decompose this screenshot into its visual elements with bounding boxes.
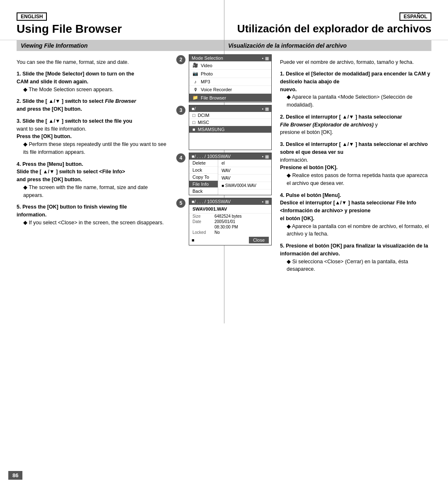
lang-badge-espanol: ESPAÑOL	[399, 12, 431, 21]
screen-2-item-photo-label: Photo	[201, 71, 213, 76]
menu-delete: Delete	[189, 160, 218, 167]
main-area: You can see the file name, format, size …	[0, 54, 448, 286]
step-3-num: 3. Slide the [ ▲/▼ ] switch to select th…	[17, 118, 132, 124]
intro-text-left: You can see the file name, format, size …	[17, 59, 168, 65]
screen-4-menu: Delete Lock Copy To File Info Back	[189, 160, 218, 195]
page-number: 86	[8, 471, 22, 480]
step-1-right-bullet: Aparece la pantalla <Mode Selection> (Se…	[287, 93, 431, 109]
screen-5-filename: SWAV0001.WAV	[189, 205, 271, 214]
folder-misc-label: MISC	[198, 120, 209, 125]
lang-badge-english: ENGLISH	[17, 12, 47, 21]
step-5-num: 5. Press the [OK] button to finish viewi…	[17, 204, 127, 210]
screen-2-item-video-label: Video	[201, 63, 212, 68]
step-5-circle: 5	[176, 199, 185, 208]
screen-2-header: Mode Selection ▪ ▦	[189, 55, 271, 61]
right-header: ESPAÑOL Utilización del explorador de ar…	[224, 12, 431, 35]
screen-2-wrapper: 2 Mode Selection ▪ ▦ 🎥 Video 📷	[176, 54, 272, 102]
screen-4-header: ■/ . . . / 100SSWAV ▪ ▦	[189, 153, 271, 160]
icon-signal-5: ▦	[265, 199, 269, 204]
step-1-bullet: The Mode Selection screen appears.	[23, 86, 168, 94]
file-info-time-value: 08:30:00 PM	[214, 225, 238, 229]
file-info-size-label: Size	[192, 214, 211, 219]
screen-2-item-video: 🎥 Video	[189, 61, 271, 70]
step-3-circle: 3	[176, 106, 185, 115]
screen-5-wrapper: 5 ■/ . . . / 100SSWAV ▪ ▦ SWAV0001.WAV S…	[176, 198, 272, 245]
folder-dcim: □ DCIM	[189, 112, 271, 119]
page-title-left: Using File Browser	[17, 22, 216, 36]
file-info-time-label	[192, 225, 211, 229]
step-5-sub: information.	[17, 212, 46, 218]
screen-2-item-voice: 🎙 Voice Recorder	[189, 86, 271, 94]
screen-2-title: Mode Selection	[192, 56, 223, 61]
screen-2-mockup: Mode Selection ▪ ▦ 🎥 Video 📷 Photo	[189, 54, 272, 102]
step-4-circle: 4	[176, 153, 185, 163]
step-5-left: 5. Press the [OK] button to finish viewi…	[17, 203, 168, 226]
menu-fileinfo: File Info	[189, 181, 218, 188]
step-5-right-bullet: Si selecciona <Close> (Cerrar) en la pan…	[287, 258, 431, 274]
step-2-num: 2. Slide the [ ▲/▼ ] switch to select Fi…	[17, 98, 136, 104]
screen-4-mockup: ■/ . . . / 100SSWAV ▪ ▦ Delete Lock Copy…	[189, 153, 272, 195]
screen-5-header: ■/ . . . / 100SSWAV ▪ ▦	[189, 198, 271, 205]
page-title-right: Utilización del explorador de archivos	[232, 22, 431, 35]
right-column: Puede ver el nombre de archivo, formato,…	[272, 54, 448, 286]
step-4-num: 4. Press the [Menu] button.	[17, 161, 83, 167]
screen-5-footer: ■ Close	[189, 235, 271, 245]
voice-icon: 🎙	[192, 87, 198, 92]
file-info-size: Size 6482524 bytes	[189, 214, 271, 219]
step-2-left: 2. Slide the [ ▲/▼ ] switch to select Fi…	[17, 97, 168, 113]
file-info-locked: Locked No	[189, 230, 271, 235]
screen-4-wrapper: 4 ■/ . . . / 100SSWAV ▪ ▦ Delete Lock	[176, 153, 272, 195]
close-button[interactable]: Close	[249, 237, 269, 243]
screen-3-icons: ▪ ▦	[262, 107, 269, 111]
step-2-circle: 2	[176, 55, 185, 64]
screen-3-wrapper: 3 ■/ ▪ ▦ □ DCIM □ MISC	[176, 105, 272, 150]
step-4-sub: Slide the [ ▲/▼ ] switch to select <File…	[17, 169, 125, 175]
file-wav2: WAV	[218, 175, 271, 182]
intro-text-right: Puede ver el nombre de archivo, formato,…	[280, 59, 431, 65]
step-2-right-text: y	[374, 122, 378, 128]
screen-2-item-mp3-label: MP3	[201, 79, 210, 84]
file-info-locked-label: Locked	[192, 230, 211, 235]
screen-5-icons: ▪ ▦	[262, 199, 269, 204]
folder-dcim-icon: □	[192, 113, 195, 118]
file-info-time: 08:30:00 PM	[189, 224, 271, 230]
icon-signal-4: ▦	[265, 154, 269, 159]
screen-2-item-filebrowser: 📁 File Browser	[189, 94, 271, 102]
step-2-right-italic: File Browser (Explorador de archivos)	[280, 122, 374, 128]
screen-3-mockup: ■/ ▪ ▦ □ DCIM □ MISC	[189, 105, 272, 150]
file-info-date-value: 2005/01/01	[214, 219, 235, 224]
icon-signal: ▦	[265, 56, 269, 61]
file-info-size-value: 6482524 bytes	[214, 214, 242, 219]
step-3-text: want to see its file information.	[17, 126, 86, 132]
screen-4-content: Delete Lock Copy To File Info Back el WA…	[189, 160, 271, 195]
screen-2-item-photo: 📷 Photo	[189, 70, 271, 78]
menu-back: Back	[189, 188, 218, 195]
step-4-right-sub: Deslice el interruptor [▲/▼ ] hasta sele…	[280, 200, 416, 214]
step-2-right-text2: presione el botón [OK].	[280, 129, 333, 135]
step-3-right-sub: Presione el botón [OK].	[280, 165, 338, 170]
step-3-right-bullet: Realice estos pasos de forma repetida ha…	[287, 172, 431, 187]
screen-3-title: ■/	[192, 106, 196, 111]
file-swav: ■ SWAV0004.WAV	[218, 182, 271, 189]
left-column: You can see the file name, format, size …	[0, 54, 176, 286]
icon-battery-3: ▪	[262, 107, 263, 111]
step-2-right-num: 2. Deslice el interruptor [ ▲/▼ ] hasta …	[280, 114, 402, 120]
step-2-right: 2. Deslice el interruptor [ ▲/▼ ] hasta …	[280, 113, 431, 136]
left-header: ENGLISH Using File Browser	[17, 12, 224, 36]
video-icon: 🎥	[192, 63, 198, 68]
screen-3-spacer	[189, 133, 271, 150]
menu-copyto: Copy To	[189, 174, 218, 181]
folder-msamsung-icon: ■	[192, 127, 195, 132]
screen-4-files: el WAV WAV ■ SWAV0004.WAV	[218, 160, 271, 195]
step-1-right-num: 1. Deslice el [Selector de modalidad] pa…	[280, 71, 430, 85]
step-1-right: 1. Deslice el [Selector de modalidad] pa…	[280, 70, 431, 109]
step-4-right-bullet: Aparece la pantalla con el nombre de arc…	[287, 223, 431, 238]
screen-5-footer-icon: ■	[192, 238, 195, 243]
folder-misc: □ MISC	[189, 119, 271, 126]
step-3-right: 3. Deslice el interruptor [ ▲/▼ ] hasta …	[280, 141, 431, 187]
step-4-right: 4. Pulse el botón [Menu]. Deslice el int…	[280, 192, 431, 238]
screen-2-icons: ▪ ▦	[262, 56, 269, 61]
screen-3-header: ■/ ▪ ▦	[189, 105, 271, 112]
file-1: el	[218, 160, 271, 167]
screen-5-mockup: ■/ . . . / 100SSWAV ▪ ▦ SWAV0001.WAV Siz…	[189, 198, 272, 245]
